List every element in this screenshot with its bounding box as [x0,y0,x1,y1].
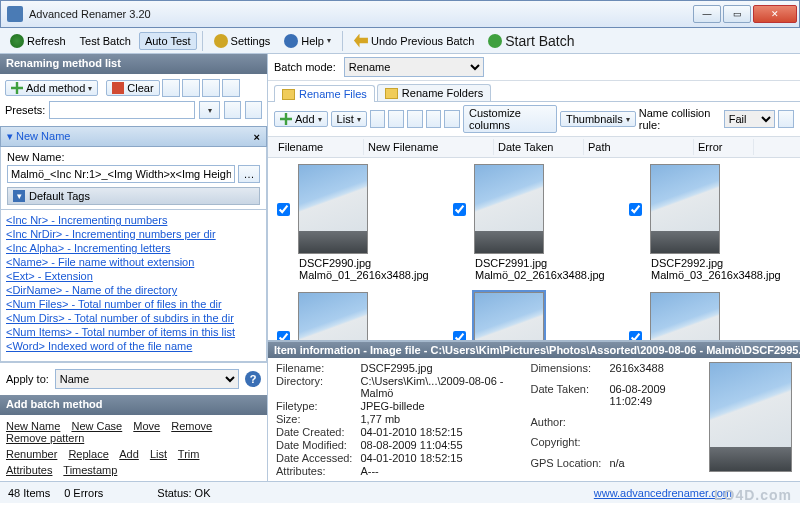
col-filename[interactable]: Filename [274,139,364,155]
item-info-header: Item information - Image file - C:\Users… [268,342,800,358]
close-method-icon[interactable]: × [254,131,260,143]
applyto-select[interactable]: Name [55,369,239,389]
tag-link[interactable]: <Name> - File name without extension [6,255,261,269]
bm-list[interactable]: List [150,448,167,460]
bm-add[interactable]: Add [119,448,139,460]
tag-link[interactable]: <Num Items> - Total number of items in t… [6,325,261,339]
file-checkbox[interactable] [277,203,290,216]
collapse-button[interactable] [202,79,220,97]
help-button[interactable]: Help▾ [278,31,337,51]
collision-select[interactable]: Fail [724,110,776,128]
collision-config-button[interactable] [778,110,794,128]
preset-open-button[interactable] [224,101,241,119]
col-path[interactable]: Path [584,139,694,155]
play-icon [488,34,502,48]
newname-input[interactable] [7,165,235,183]
thumbnails-button[interactable]: Thumbnails▾ [560,111,636,127]
settings-button[interactable]: Settings [208,31,277,51]
tag-link[interactable]: <DirName> - Name of the directory [6,283,261,297]
folder-icon [385,88,398,99]
status-bar: 48 Items 0 Errors Status: OK www.advance… [0,481,800,503]
add-batch-header: Add batch method [0,395,267,415]
applyto-label: Apply to: [6,373,49,385]
bm-remove[interactable]: Remove [171,420,212,432]
watermark: LO4D.com [714,487,792,503]
bm-move[interactable]: Move [133,420,160,432]
bm-new-case[interactable]: New Case [71,420,122,432]
col-newfilename[interactable]: New Filename [364,139,494,155]
method-panel-tab[interactable]: ▾ New Name × [0,126,267,147]
file-checkbox[interactable] [277,331,290,341]
bm-new-name[interactable]: New Name [6,420,60,432]
status-state: Status: OK [157,487,210,499]
bm-attributes[interactable]: Attributes [6,464,52,476]
thumbnail[interactable]: DSCF2994.jpg [298,292,368,340]
bm-replace[interactable]: Replace [68,448,108,460]
start-batch-button[interactable]: Start Batch [482,30,580,52]
left-panel: Renaming method list Add method▾ Clear P… [0,54,268,481]
file-toolbar: Add▾ List▾ Customize columns Thumbnails▾… [268,102,800,137]
expand-button[interactable] [222,79,240,97]
app-icon [7,6,23,22]
move-up-button[interactable] [162,79,180,97]
file-checkbox[interactable] [629,203,642,216]
tag-link[interactable]: <Ext> - Extension [6,269,261,283]
thumbnail[interactable]: DSCF2996.jpg [650,292,720,340]
undo-button[interactable]: Undo Previous Batch [348,31,480,51]
help-icon[interactable]: ? [245,371,261,387]
thumbnail[interactable]: DSCF2992.jpgMalmö_03_2616x3488.jpg [650,164,720,254]
bm-trim[interactable]: Trim [178,448,200,460]
up-button[interactable] [388,110,404,128]
thumbnail[interactable]: DSCF2991.jpgMalmö_02_2616x3488.jpg [474,164,544,254]
tag-link[interactable]: <Inc Alpha> - Incrementing letters [6,241,261,255]
thumbnail[interactable]: DSCF2990.jpgMalmö_01_2616x3488.jpg [298,164,368,254]
uncheck-all-button[interactable] [444,110,460,128]
separator [342,31,343,51]
close-button[interactable]: ✕ [753,5,797,23]
preset-save-button[interactable] [245,101,262,119]
add-method-button[interactable]: Add method▾ [5,80,98,96]
tag-link[interactable]: <Inc NrDir> - Incrementing numbers per d… [6,227,261,241]
clear-button[interactable]: Clear [106,80,159,96]
list-button[interactable]: List▾ [331,111,367,127]
customize-columns-button[interactable]: Customize columns [463,105,557,133]
file-checkbox[interactable] [453,203,466,216]
tag-link[interactable]: <Inc Nr> - Incrementing numbers [6,213,261,227]
website-link[interactable]: www.advancedrenamer.com [594,487,732,499]
preview-image [709,362,792,472]
check-all-button[interactable] [426,110,442,128]
presets-input[interactable] [49,101,195,119]
bm-timestamp[interactable]: Timestamp [63,464,117,476]
column-headers: Filename New Filename Date Taken Path Er… [268,137,800,158]
thumbnail-selected[interactable]: DSCF2995.jpg [474,292,544,340]
chevron-down-icon: ▾ [357,115,361,124]
file-checkbox[interactable] [453,331,466,341]
presets-label: Presets: [5,104,45,116]
presets-dropdown[interactable]: ▾ [199,101,220,119]
tag-link[interactable]: <Num Files> - Total number of files in t… [6,297,261,311]
move-down-button[interactable] [182,79,200,97]
status-items: 48 Items [8,487,50,499]
batchmode-select[interactable]: Rename [344,57,484,77]
tag-link[interactable]: <Num Dirs> - Total number of subdirs in … [6,311,261,325]
undo-icon [354,34,368,48]
add-button[interactable]: Add▾ [274,111,328,127]
col-datetaken[interactable]: Date Taken [494,139,584,155]
maximize-button[interactable]: ▭ [723,5,751,23]
col-error[interactable]: Error [694,139,754,155]
minimize-button[interactable]: — [693,5,721,23]
tab-rename-folders[interactable]: Rename Folders [377,84,491,101]
file-checkbox[interactable] [629,331,642,341]
refresh-button[interactable]: Refresh [4,31,72,51]
auto-test-button[interactable]: Auto Test [139,32,197,50]
bm-remove-pattern[interactable]: Remove pattern [6,432,84,444]
down-button[interactable] [407,110,423,128]
remove-button[interactable] [370,110,386,128]
bm-renumber[interactable]: Renumber [6,448,57,460]
tab-rename-files[interactable]: Rename Files [274,85,375,102]
tag-link[interactable]: <Word> Indexed word of the file name [6,339,261,353]
right-panel: Batch mode: Rename Rename Files Rename F… [268,54,800,481]
newname-browse-button[interactable]: … [238,165,260,183]
test-batch-button[interactable]: Test Batch [74,32,137,50]
default-tags-header[interactable]: ▾ Default Tags [7,187,260,205]
